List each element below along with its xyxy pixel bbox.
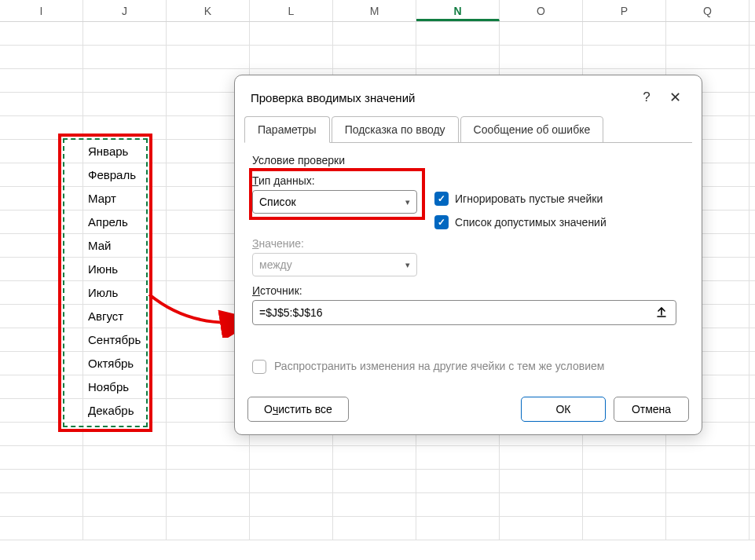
cell[interactable] (0, 517, 83, 540)
cell[interactable] (83, 423, 167, 446)
column-header-J[interactable]: J (83, 0, 167, 21)
cell[interactable] (0, 493, 83, 517)
column-header-Q[interactable]: Q (666, 0, 750, 21)
cell[interactable] (0, 328, 83, 352)
range-picker-button[interactable] (652, 303, 671, 322)
column-header-N[interactable]: N (416, 0, 500, 21)
cell[interactable] (750, 281, 755, 305)
cell[interactable] (583, 446, 666, 470)
cell[interactable] (333, 446, 416, 470)
cell[interactable] (167, 493, 250, 517)
cell[interactable] (583, 493, 666, 517)
cell[interactable]: Январь (83, 140, 167, 163)
cell[interactable] (416, 470, 500, 493)
ignore-blank-checkbox[interactable]: ✓ Игнорировать пустые ячейки (434, 192, 607, 206)
cell[interactable] (750, 163, 755, 187)
cell[interactable] (167, 22, 250, 46)
cell[interactable] (750, 234, 755, 258)
cell[interactable] (750, 517, 755, 540)
cell[interactable] (750, 140, 755, 163)
cell[interactable] (83, 69, 167, 93)
cell[interactable] (416, 46, 500, 69)
column-header-I[interactable]: I (0, 0, 83, 21)
cell[interactable] (167, 46, 250, 69)
cell[interactable] (250, 517, 333, 540)
cell[interactable] (750, 258, 755, 281)
cell[interactable] (500, 46, 583, 69)
column-header-L[interactable]: L (250, 0, 333, 21)
cell[interactable] (416, 22, 500, 46)
cell[interactable] (750, 93, 755, 116)
cell[interactable] (0, 116, 83, 140)
cell[interactable] (666, 46, 750, 69)
cell[interactable] (333, 22, 416, 46)
cell[interactable] (583, 517, 666, 540)
cell[interactable] (750, 352, 755, 375)
cell[interactable] (666, 446, 750, 470)
cell[interactable] (83, 116, 167, 140)
cell[interactable] (750, 328, 755, 352)
tab-parameters[interactable]: Параметры (244, 116, 330, 143)
cell[interactable] (583, 22, 666, 46)
cell[interactable] (0, 22, 83, 46)
cell[interactable] (0, 423, 83, 446)
cell[interactable] (0, 187, 83, 210)
cell[interactable] (0, 352, 83, 375)
cell[interactable] (666, 493, 750, 517)
cell[interactable] (666, 470, 750, 493)
cell[interactable] (666, 517, 750, 540)
cell[interactable] (750, 423, 755, 446)
cell[interactable]: Июнь (83, 258, 167, 281)
cell[interactable] (0, 140, 83, 163)
cell[interactable] (750, 493, 755, 517)
cell[interactable] (0, 446, 83, 470)
cell[interactable] (583, 46, 666, 69)
cell[interactable] (83, 493, 167, 517)
cell[interactable]: Август (83, 305, 167, 328)
cell[interactable] (83, 22, 167, 46)
cell[interactable] (250, 470, 333, 493)
cell[interactable] (750, 210, 755, 234)
cell[interactable]: Октябрь (83, 352, 167, 375)
cell[interactable] (500, 493, 583, 517)
cell[interactable] (250, 46, 333, 69)
cell[interactable] (333, 517, 416, 540)
cell[interactable] (0, 234, 83, 258)
cell[interactable] (0, 399, 83, 423)
cell[interactable] (750, 116, 755, 140)
column-header-K[interactable]: K (167, 0, 250, 21)
cell[interactable]: Апрель (83, 210, 167, 234)
cell[interactable] (0, 163, 83, 187)
cell[interactable] (750, 470, 755, 493)
cell[interactable]: Декабрь (83, 399, 167, 423)
cell[interactable] (83, 446, 167, 470)
cell[interactable]: Февраль (83, 163, 167, 187)
cell[interactable] (500, 22, 583, 46)
cell[interactable] (83, 517, 167, 540)
cell[interactable] (250, 22, 333, 46)
ok-button[interactable]: ОК (521, 397, 606, 422)
cell[interactable]: Сентябрь (83, 328, 167, 352)
cell[interactable] (0, 46, 83, 69)
cell[interactable] (500, 446, 583, 470)
cell[interactable] (750, 446, 755, 470)
allow-combobox[interactable]: Список ▾ (252, 190, 417, 214)
cell[interactable] (583, 470, 666, 493)
cell[interactable] (83, 93, 167, 116)
help-button[interactable]: ? (632, 86, 661, 108)
cell[interactable] (416, 493, 500, 517)
cell[interactable] (666, 22, 750, 46)
tab-error-alert[interactable]: Сообщение об ошибке (460, 116, 604, 143)
cell[interactable] (0, 258, 83, 281)
tab-input-message[interactable]: Подсказка по вводу (332, 116, 459, 143)
cell[interactable] (0, 470, 83, 493)
cell[interactable] (167, 446, 250, 470)
cell[interactable] (500, 517, 583, 540)
cell[interactable] (0, 210, 83, 234)
cell[interactable] (416, 446, 500, 470)
column-header-R[interactable]: R (750, 0, 755, 21)
source-input[interactable] (259, 306, 652, 319)
cell[interactable]: Май (83, 234, 167, 258)
cell[interactable]: Март (83, 187, 167, 210)
cell[interactable] (250, 493, 333, 517)
